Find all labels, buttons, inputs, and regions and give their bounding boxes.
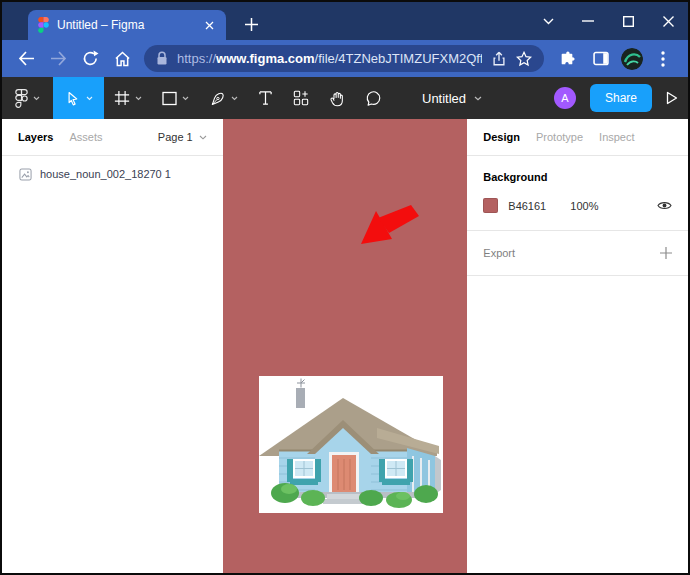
text-icon <box>258 90 273 106</box>
design-panel: Design Prototype Inspect Background B461… <box>467 119 688 575</box>
window-controls <box>528 2 688 40</box>
url-path: /file/4TZNebJTIMZUFXM2Qff94U/... <box>315 51 482 66</box>
hand-tool-button[interactable] <box>319 77 355 119</box>
layer-item[interactable]: house_noun_002_18270 1 <box>2 160 223 188</box>
chevron-down-icon <box>199 135 207 140</box>
page-selector-label: Page 1 <box>158 131 193 143</box>
new-tab-button[interactable] <box>240 13 262 35</box>
tab-design[interactable]: Design <box>483 131 520 143</box>
background-color-row: B46161 100% <box>483 198 672 213</box>
url-text: https://www.figma.com/file/4TZNebJTIMZUF… <box>177 51 482 66</box>
tab-assets[interactable]: Assets <box>69 131 102 143</box>
figma-toolbar: Untitled A Share <box>2 77 688 119</box>
tab-prototype[interactable]: Prototype <box>536 131 583 143</box>
move-cursor-icon <box>64 90 81 107</box>
tab-inspect[interactable]: Inspect <box>599 131 634 143</box>
resources-tool-button[interactable] <box>283 77 319 119</box>
back-button[interactable] <box>12 45 40 73</box>
text-tool-button[interactable] <box>248 77 283 119</box>
browser-tab[interactable]: Untitled – Figma <box>28 10 226 40</box>
shape-tool-button[interactable] <box>152 77 199 119</box>
color-hex-value[interactable]: B46161 <box>508 200 570 212</box>
figma-favicon <box>38 17 49 33</box>
tab-bar: Untitled – Figma <box>2 2 688 40</box>
document-title-dropdown[interactable]: Untitled <box>422 77 482 119</box>
comment-icon <box>365 90 382 107</box>
layers-panel: Layers Assets Page 1 house_noun_002_1827… <box>2 119 223 575</box>
chevron-down-icon <box>135 96 142 101</box>
forward-button[interactable] <box>44 45 72 73</box>
browser-profile-avatar[interactable] <box>621 48 643 70</box>
chevron-down-icon <box>182 96 189 101</box>
design-panel-header: Design Prototype Inspect <box>467 119 688 156</box>
visibility-eye-icon[interactable] <box>657 200 672 211</box>
url-scheme: https:// <box>177 51 216 66</box>
share-page-icon[interactable] <box>491 51 507 67</box>
browser-actions <box>550 45 680 73</box>
figma-logo-icon <box>15 89 28 108</box>
add-export-icon[interactable] <box>660 247 672 259</box>
browser-navbar: https://www.figma.com/file/4TZNebJTIMZUF… <box>2 40 688 77</box>
export-label: Export <box>483 247 515 259</box>
frame-icon <box>114 90 130 106</box>
layer-name: house_noun_002_18270 1 <box>40 168 171 180</box>
tab-layers[interactable]: Layers <box>18 131 53 143</box>
chevron-down-icon <box>474 96 482 101</box>
canvas[interactable] <box>223 119 468 575</box>
page-selector[interactable]: Page 1 <box>158 131 207 143</box>
present-button[interactable] <box>666 91 678 105</box>
lock-icon[interactable] <box>156 51 168 66</box>
tab-title: Untitled – Figma <box>57 18 192 32</box>
chevron-down-icon <box>33 96 40 101</box>
frame-tool-button[interactable] <box>104 77 152 119</box>
maximize-button[interactable] <box>608 2 648 40</box>
layers-panel-header: Layers Assets Page 1 <box>2 119 223 156</box>
rectangle-icon <box>162 91 177 106</box>
chevron-down-icon <box>231 96 238 101</box>
content-area: Layers Assets Page 1 house_noun_002_1827… <box>2 119 688 575</box>
hand-icon <box>329 90 345 107</box>
chevron-down-icon <box>86 96 93 101</box>
close-button[interactable] <box>648 2 688 40</box>
pen-tool-button[interactable] <box>199 77 248 119</box>
background-label: Background <box>483 171 672 183</box>
address-bar[interactable]: https://www.figma.com/file/4TZNebJTIMZUF… <box>144 45 544 72</box>
toolbar-right-cluster: A Share <box>554 77 678 119</box>
comment-tool-button[interactable] <box>355 77 392 119</box>
user-avatar[interactable]: A <box>554 87 576 109</box>
browser-window: Untitled – Figma <box>0 0 690 575</box>
extensions-puzzle-icon[interactable] <box>553 45 581 73</box>
tab-close-icon[interactable] <box>200 16 218 34</box>
share-button[interactable]: Share <box>590 84 652 112</box>
tab-search-icon[interactable] <box>528 2 568 40</box>
main-menu-button[interactable] <box>2 77 53 119</box>
annotation-arrow <box>361 205 421 247</box>
image-layer-icon <box>19 168 32 181</box>
pen-icon <box>209 90 226 107</box>
color-swatch[interactable] <box>483 198 498 213</box>
resources-icon <box>293 90 309 106</box>
url-domain: www.figma.com <box>216 51 314 66</box>
move-tool-button[interactable] <box>53 77 104 119</box>
reload-button[interactable] <box>76 45 104 73</box>
home-button[interactable] <box>108 45 136 73</box>
background-section: Background B46161 100% <box>467 156 688 231</box>
export-section: Export <box>467 231 688 276</box>
house-illustration <box>259 376 443 513</box>
bookmark-star-icon[interactable] <box>516 51 532 67</box>
minimize-button[interactable] <box>568 2 608 40</box>
browser-menu-icon[interactable] <box>649 45 677 73</box>
house-image[interactable] <box>259 376 443 513</box>
document-title: Untitled <box>422 91 466 106</box>
opacity-value[interactable]: 100% <box>570 200 598 212</box>
side-panel-icon[interactable] <box>587 45 615 73</box>
